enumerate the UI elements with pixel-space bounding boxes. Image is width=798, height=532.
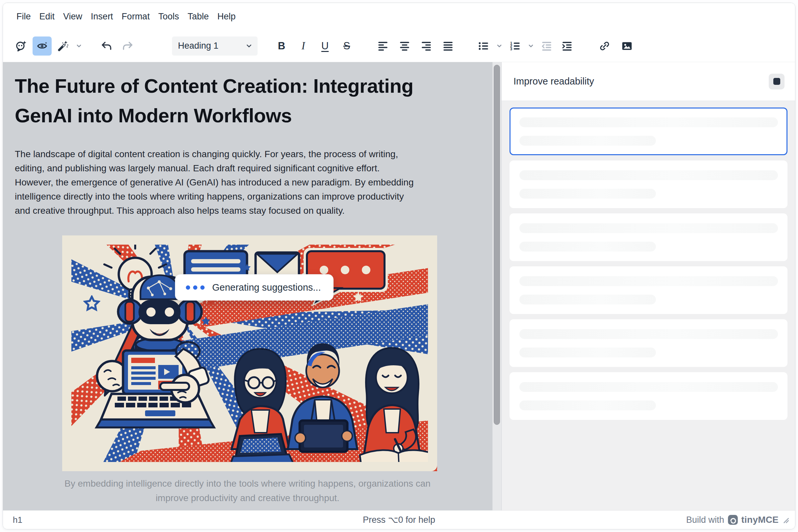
resize-handle[interactable]	[782, 516, 789, 524]
align-right-button[interactable]	[417, 37, 436, 56]
align-justify-button[interactable]	[439, 37, 458, 56]
numbered-list-button[interactable]: 1 2 3	[505, 37, 525, 56]
bullet-list-button[interactable]	[474, 37, 493, 56]
help-shortcut-text: Press ⌥0 for help	[363, 515, 435, 525]
strikethrough-button[interactable]: S	[337, 37, 356, 56]
menu-insert[interactable]: Insert	[87, 8, 117, 25]
bold-icon: B	[278, 40, 285, 52]
skeleton-line	[519, 136, 656, 146]
ai-assistant-icon	[15, 40, 27, 52]
skeleton-line	[519, 242, 656, 251]
undo-button[interactable]	[97, 37, 116, 56]
document-paragraph[interactable]: The landscape of digital content creatio…	[15, 147, 492, 218]
toolbar: Heading 1 B I U S	[3, 30, 795, 62]
loading-dot	[193, 285, 197, 290]
menu-table[interactable]: Table	[183, 8, 213, 25]
ai-review-button[interactable]	[33, 37, 52, 56]
chevron-down-icon	[496, 43, 502, 49]
italic-icon: I	[302, 40, 305, 52]
suggestion-card[interactable]	[509, 160, 787, 208]
skeleton-line	[519, 382, 778, 392]
document-image[interactable]	[62, 235, 437, 471]
align-justify-icon	[442, 40, 454, 52]
menu-bar: File Edit View Insert Format Tools Table…	[3, 3, 795, 30]
resize-grip-icon	[782, 516, 789, 524]
indent-icon	[561, 40, 573, 52]
svg-text:3: 3	[510, 47, 512, 51]
suggestion-card[interactable]	[509, 372, 787, 420]
element-path[interactable]: h1	[13, 515, 22, 525]
align-center-icon	[399, 40, 410, 52]
menu-tools[interactable]: Tools	[154, 8, 183, 25]
menu-edit[interactable]: Edit	[35, 8, 59, 25]
outdent-button[interactable]	[537, 37, 556, 56]
tinymce-logo-icon	[728, 515, 738, 525]
format-select[interactable]: Heading 1	[172, 37, 258, 56]
image-caption[interactable]: By embedding intelligence directly into …	[3, 476, 492, 506]
numbered-list-icon: 1 2 3	[509, 40, 521, 52]
editor-window: File Edit View Insert Format Tools Table…	[3, 3, 795, 529]
loading-dot	[200, 285, 205, 290]
suggestion-card[interactable]	[509, 266, 787, 314]
document-title[interactable]: The Future of Content Creation: Integrat…	[15, 71, 492, 131]
ai-sidebar: Improve readability	[501, 62, 795, 510]
editor-scrollbar-thumb[interactable]	[494, 65, 500, 425]
ai-review-icon	[36, 40, 48, 52]
align-right-icon	[420, 40, 432, 52]
suggestion-card[interactable]	[509, 213, 787, 261]
outdent-icon	[541, 40, 553, 52]
menu-view[interactable]: View	[59, 8, 87, 25]
insert-image-button[interactable]	[617, 37, 636, 56]
stop-icon	[773, 78, 780, 85]
loading-dot	[186, 285, 190, 290]
suggestion-card[interactable]	[509, 319, 787, 367]
generating-label: Generating suggestions...	[212, 282, 321, 293]
indent-button[interactable]	[558, 37, 577, 56]
editor-canvas[interactable]: The Future of Content Creation: Integrat…	[3, 62, 492, 510]
sidebar-title: Improve readability	[514, 76, 594, 87]
skeleton-line	[519, 117, 778, 127]
bullet-list-icon	[478, 40, 489, 52]
redo-button[interactable]	[118, 37, 137, 56]
genai-illustration	[62, 235, 437, 471]
underline-button[interactable]: U	[315, 37, 335, 56]
chevron-down-icon	[528, 43, 534, 49]
link-icon	[599, 40, 611, 52]
align-center-button[interactable]	[395, 37, 414, 56]
numbered-list-dropdown[interactable]	[526, 37, 536, 56]
suggestion-list	[502, 101, 795, 510]
stop-generation-button[interactable]	[769, 74, 784, 90]
skeleton-line	[519, 170, 778, 180]
link-button[interactable]	[595, 37, 614, 56]
sidebar-header: Improve readability	[502, 62, 795, 101]
ai-assistant-button[interactable]	[12, 37, 31, 56]
editor-scrollbar-track[interactable]	[492, 62, 501, 510]
main-area: The Future of Content Creation: Integrat…	[3, 62, 795, 510]
generating-indicator: Generating suggestions...	[175, 274, 334, 301]
align-left-icon	[377, 40, 389, 52]
bullet-list-dropdown[interactable]	[495, 37, 504, 56]
ai-shortcuts-button[interactable]	[54, 37, 73, 56]
skeleton-line	[519, 276, 778, 286]
underline-icon: U	[321, 40, 329, 52]
menu-help[interactable]: Help	[213, 8, 240, 25]
menu-format[interactable]: Format	[117, 8, 154, 25]
skeleton-line	[519, 347, 656, 357]
image-icon	[621, 40, 633, 52]
undo-icon	[101, 40, 112, 52]
chevron-down-icon	[76, 43, 82, 49]
italic-button[interactable]: I	[294, 37, 313, 56]
magic-wand-icon	[57, 40, 69, 52]
menu-file[interactable]: File	[12, 8, 35, 25]
branding-prefix: Build with	[686, 515, 724, 525]
chevron-down-icon	[246, 43, 252, 49]
branding[interactable]: Build with tinyMCE	[686, 515, 779, 525]
align-left-button[interactable]	[373, 37, 392, 56]
skeleton-line	[519, 400, 656, 410]
suggestion-card[interactable]	[509, 108, 787, 155]
skeleton-line	[519, 329, 778, 339]
bold-button[interactable]: B	[272, 37, 291, 56]
ai-shortcuts-dropdown[interactable]	[74, 37, 84, 56]
strikethrough-icon: S	[344, 40, 350, 52]
format-select-value: Heading 1	[178, 41, 218, 51]
